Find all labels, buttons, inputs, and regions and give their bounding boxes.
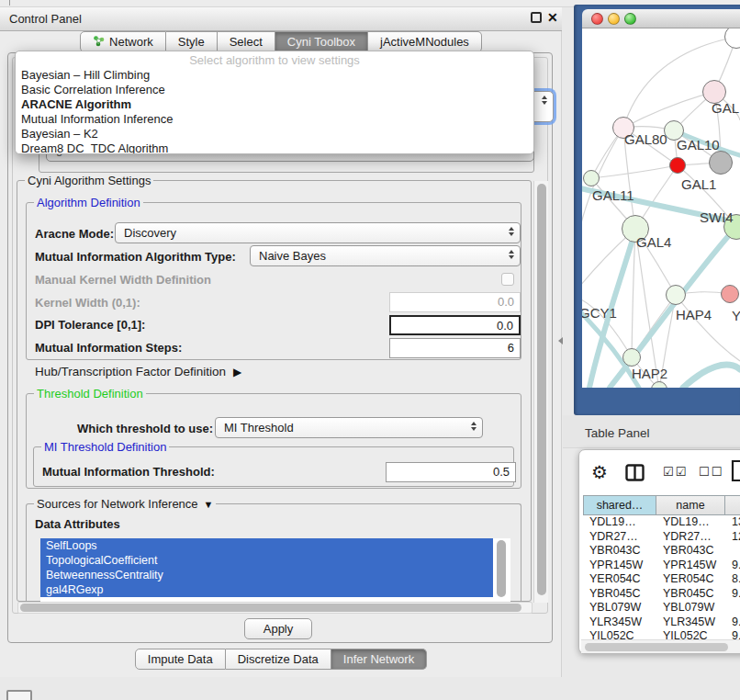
algorithm-option-bayesian-k2[interactable]: Bayesian – K2 <box>16 127 533 141</box>
table-row-ybr043c[interactable]: YBR043CYBR043C <box>583 544 740 559</box>
tab-style[interactable]: Style <box>166 31 218 52</box>
manual-kernel-checkbox[interactable] <box>501 273 514 286</box>
combo-spinner-icon <box>507 227 516 236</box>
dpi-tolerance-input[interactable]: 0.0 <box>389 315 521 335</box>
data-attributes-listbox[interactable]: SelfLoopsTopologicalCoefficientBetweenne… <box>40 538 510 602</box>
table-scrollbar-thumb[interactable] <box>585 643 728 651</box>
horizontal-scrollbar-thumb[interactable] <box>20 604 521 612</box>
bottom-tab-discretize-data-label: Discretize Data <box>238 652 319 666</box>
network-canvas[interactable]: GALGAL80GAL10GAL1GAL11SWI4GAL4GCY1HAP4YH… <box>582 28 740 388</box>
tab-network[interactable]: Network <box>80 31 166 52</box>
bottom-tab-infer-network[interactable]: Infer Network <box>331 649 427 670</box>
column-header-extra[interactable] <box>725 495 740 515</box>
table-cell: YLR345W <box>583 615 656 630</box>
mi-algorithm-type-combobox[interactable]: Naive Bayes <box>250 245 521 266</box>
table-cell: 12 <box>725 530 740 545</box>
table-row-ypr145w[interactable]: YPR145WYPR145W9. <box>583 559 740 573</box>
corner-button[interactable] <box>6 690 32 700</box>
close-icon[interactable]: ✕ <box>547 10 558 25</box>
table-row-ybl079w[interactable]: YBL079WYBL079W <box>583 601 740 615</box>
mi-threshold-input[interactable]: 0.5 <box>386 462 516 482</box>
table-cell: YDL19… <box>656 515 725 530</box>
kernel-width-label: Kernel Width (0,1): <box>35 296 140 310</box>
zoom-light-icon[interactable] <box>624 13 636 25</box>
horizontal-scrollbar[interactable] <box>17 602 533 614</box>
minimize-light-icon[interactable] <box>608 13 620 25</box>
tab-style-label: Style <box>178 35 205 49</box>
algorithm-option-basic-correlation-inference[interactable]: Basic Correlation Inference <box>16 83 533 97</box>
algorithm-option-bayesian-hill-climbing[interactable]: Bayesian – Hill Climbing <box>16 68 533 83</box>
node-gal11[interactable] <box>583 170 600 186</box>
attribute-item-betweennesscentrality[interactable]: BetweennessCentrality <box>40 568 493 582</box>
deselect-all-checkbox-icon[interactable]: ☐☐ <box>699 465 723 479</box>
table-header-row: shared…name <box>583 495 740 515</box>
column-header-shared[interactable]: shared… <box>583 495 656 515</box>
attribute-item-selfloops[interactable]: SelfLoops <box>40 538 493 553</box>
apply-button[interactable]: Apply <box>244 618 312 639</box>
float-window-icon[interactable] <box>531 12 542 23</box>
tab-select-label: Select <box>230 35 263 49</box>
node-hap4[interactable] <box>666 285 686 305</box>
bottom-tab-impute-data[interactable]: Impute Data <box>135 649 226 670</box>
mi-threshold-definition-legend: MI Threshold Definition <box>41 440 169 454</box>
table-cell: YLR345W <box>656 615 725 630</box>
node-gal1[interactable] <box>669 157 686 174</box>
chevron-down-icon: ▼ <box>204 499 214 510</box>
combo-spinner-icon <box>507 250 516 259</box>
mi-steps-input[interactable]: 6 <box>389 338 521 358</box>
close-light-icon[interactable] <box>591 13 603 25</box>
tab-jactivemnodules[interactable]: jActiveMNodules <box>368 31 482 52</box>
list-scrollbar-thumb[interactable] <box>497 540 506 597</box>
hub-definition-toggle[interactable]: Hub/Transcription Factor Definition▶ <box>35 365 241 378</box>
bottom-tab-discretize-data[interactable]: Discretize Data <box>226 649 331 670</box>
attribute-item-gal4rgexp[interactable]: gal4RGexp <box>40 582 493 597</box>
table-cell: YBL079W <box>656 601 725 615</box>
algorithm-option-dream8-dc-tdc-algorithm[interactable]: Dream8 DC_TDC Algorithm <box>16 141 533 154</box>
vertical-scrollbar-thumb[interactable] <box>537 184 546 595</box>
node-hap2[interactable] <box>622 348 641 367</box>
algorithm-option-aracne-algorithm[interactable]: ARACNE Algorithm <box>16 97 533 112</box>
popup-prompt: Select algorithm to view settings <box>16 53 533 68</box>
table-body: YDL19…YDL19…13YDR27…YDR27…12YBR043CYBR04… <box>583 515 740 644</box>
node-label-gal80: GAL80 <box>624 131 667 147</box>
algorithm-list: Bayesian – Hill ClimbingBasic Correlatio… <box>16 68 533 154</box>
columns-icon[interactable] <box>625 464 645 484</box>
node-y[interactable] <box>721 285 739 303</box>
chevron-right-icon: ▶ <box>233 366 241 378</box>
table-horizontal-scrollbar[interactable] <box>581 639 740 653</box>
which-threshold-combobox[interactable]: MI Threshold <box>215 417 483 438</box>
tab-cyni-toolbox[interactable]: Cyni Toolbox <box>275 31 368 52</box>
node-label-gcy1: GCY1 <box>582 305 617 321</box>
table-cell: YDL19… <box>583 515 656 530</box>
table-row-ydr27[interactable]: YDR27…YDR27…12 <box>583 530 740 545</box>
node-unlabeled[interactable] <box>709 151 733 175</box>
algorithm-option-mutual-information-inference[interactable]: Mutual Information Inference <box>16 112 533 127</box>
data-attributes-label: Data Attributes <box>35 517 120 531</box>
attribute-item-topologicalcoefficient[interactable]: TopologicalCoefficient <box>40 553 493 568</box>
table-cell: 9. <box>725 587 740 602</box>
table-row-yer054c[interactable]: YER054CYER054C8. <box>583 572 740 587</box>
tab-select[interactable]: Select <box>218 31 275 52</box>
tab-jactivemnodules-label: jActiveMNodules <box>380 35 469 49</box>
table-panel-title: Table Panel <box>585 426 650 440</box>
table-row-ylr345w[interactable]: YLR345WYLR345W9. <box>583 615 740 630</box>
table-cell: 13 <box>725 515 740 530</box>
table-cell: YBR045C <box>656 587 725 602</box>
mi-algorithm-type-label: Mutual Information Algorithm Type: <box>35 250 236 264</box>
document-icon[interactable] <box>731 459 740 485</box>
combo-spinner-icon <box>540 96 549 105</box>
table-row-ybr045c[interactable]: YBR045CYBR045C9. <box>583 587 740 602</box>
combo-spinner-icon <box>469 422 478 431</box>
aracne-mode-combobox[interactable]: Discovery <box>115 222 521 243</box>
kernel-width-input[interactable]: 0.0 <box>389 292 521 312</box>
column-header-name[interactable]: name <box>656 495 725 515</box>
table-row-ydl19[interactable]: YDL19…YDL19…13 <box>583 515 740 530</box>
vertical-scrollbar[interactable] <box>533 181 548 603</box>
gear-icon[interactable]: ⚙ <box>591 461 608 483</box>
network-window-titlebar[interactable] <box>582 9 740 28</box>
bottom-tab-impute-data-label: Impute Data <box>148 652 213 666</box>
select-all-checkbox-icon[interactable]: ☑☑ <box>663 465 688 479</box>
node-label-hap4: HAP4 <box>676 307 712 322</box>
panel-collapse-grip[interactable] <box>558 337 563 344</box>
table-window: ⚙ ☑☑ ☐☐ shared…name YDL19…YDL19…13YDR27…… <box>578 449 740 654</box>
